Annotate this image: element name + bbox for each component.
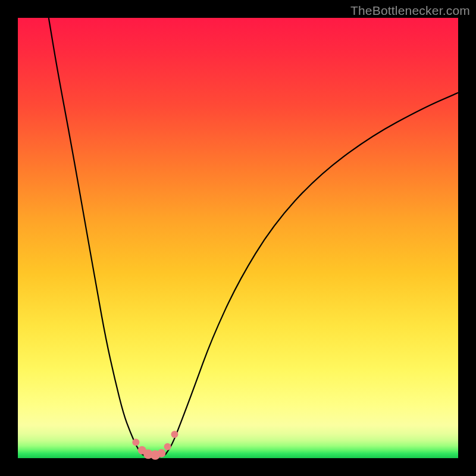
valley-marker bbox=[171, 431, 178, 438]
valley-marker bbox=[157, 449, 165, 458]
curve-right-branch bbox=[165, 93, 458, 455]
plot-area bbox=[18, 18, 458, 458]
valley-marker bbox=[164, 443, 171, 450]
curve-left-branch bbox=[49, 18, 143, 455]
watermark-text: TheBottlenecker.com bbox=[350, 4, 470, 18]
chart-frame: TheBottlenecker.com bbox=[0, 0, 476, 476]
curve-layer bbox=[18, 18, 458, 458]
valley-marker bbox=[132, 439, 139, 446]
